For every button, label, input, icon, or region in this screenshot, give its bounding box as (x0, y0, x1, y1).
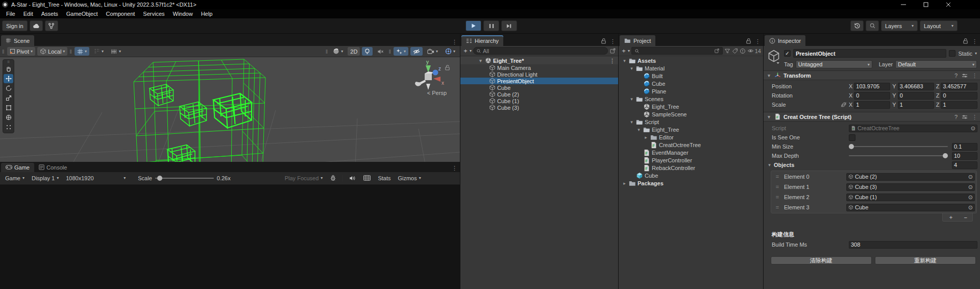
scene-row-kebab[interactable]: ⋮ (609, 58, 618, 63)
hierarchy-item-cube-1[interactable]: Cube (1) (460, 98, 618, 104)
foldout-arrow[interactable]: ▾ (766, 73, 772, 78)
transform-header[interactable]: ▾ Transform ? ⋮ (764, 70, 980, 80)
sign-in-button[interactable]: Sign in (2, 20, 28, 31)
stats-button[interactable]: Stats (376, 173, 393, 183)
max-depth-knob[interactable] (943, 153, 948, 158)
scene-menu-kebab[interactable]: ⋮ (452, 39, 457, 44)
foldout-arrow[interactable]: ▸ (622, 181, 627, 186)
foldout-arrow[interactable]: ▾ (478, 58, 483, 63)
play-focused-dropdown[interactable]: Play Focused▾ (283, 173, 325, 183)
project-item-script[interactable]: ▾ Script (619, 118, 763, 126)
tab-scene[interactable]: Scene (1, 35, 34, 46)
pivot-dropdown[interactable]: Pivot▾ (7, 47, 35, 56)
scene-viewport[interactable]: ⠿ (0, 57, 460, 162)
game-target-dropdown[interactable]: Game▾ (3, 173, 27, 183)
perspective-label[interactable]: < Persp (427, 90, 447, 96)
creat-octree-tree-header[interactable]: ▾ Creat Octree Tree (Script) ? ⋮ (764, 112, 980, 122)
rotation-x-field[interactable]: 0 (854, 92, 890, 100)
hierarchy-item-cube-2[interactable]: Cube (2) (460, 91, 618, 98)
scale-x-field[interactable]: 1 (854, 101, 890, 109)
foldout-arrow[interactable]: ▾ (767, 162, 772, 167)
unlock-icon[interactable] (745, 38, 752, 44)
hierarchy-item-main-camera[interactable]: Main Camera (460, 64, 618, 71)
foldout-arrow[interactable]: ▸ (643, 135, 649, 140)
scene-picker-icon[interactable] (609, 47, 616, 54)
drag-handle[interactable]: = (773, 174, 782, 180)
scale-slider[interactable] (155, 178, 214, 179)
version-control-button[interactable] (45, 20, 58, 31)
foldout-arrow[interactable]: ▾ (629, 97, 634, 102)
project-item-playercontroller[interactable]: PlayerController (619, 156, 763, 164)
menu-assets[interactable]: Assets (37, 9, 62, 18)
mute-audio-button[interactable] (347, 173, 358, 183)
menu-help[interactable]: Help (197, 9, 217, 18)
tag-dropdown[interactable]: Untagged▾ (796, 60, 872, 68)
active-checkbox[interactable]: ✓ (784, 50, 791, 57)
unlock-icon[interactable] (600, 38, 607, 44)
orientation-gizmo[interactable]: y z x (409, 59, 449, 92)
overlay-grip[interactable]: ⠿ (7, 61, 10, 64)
layer-dropdown[interactable]: Default▾ (895, 60, 977, 68)
grid-snap-toggle[interactable]: ▾ (75, 47, 89, 56)
project-item-scenes[interactable]: ▾ Scenes (619, 95, 763, 103)
project-item-cube-prefab[interactable]: Cube (619, 172, 763, 179)
is-see-one-checkbox[interactable] (849, 134, 855, 141)
project-menu-kebab[interactable]: ⋮ (755, 39, 761, 44)
display-dropdown[interactable]: Display 1▾ (30, 173, 61, 183)
scale-slider-knob[interactable] (157, 176, 162, 181)
scale-tool-button[interactable] (4, 93, 13, 103)
foldout-arrow[interactable]: ▾ (636, 127, 642, 132)
static-checkbox[interactable] (949, 50, 955, 57)
hierarchy-item-cube[interactable]: Cube (460, 84, 618, 91)
tab-console[interactable]: Console (34, 163, 71, 172)
local-dropdown[interactable]: Local▾ (37, 47, 67, 56)
project-item-eight-tree-scene[interactable]: Eight_Tree (619, 103, 763, 110)
max-depth-slider[interactable] (849, 155, 948, 156)
debug-button[interactable] (328, 173, 338, 183)
object-picker-icon[interactable]: ⊙ (968, 174, 973, 180)
tool-settings-dropdown[interactable]: ▾ (108, 47, 124, 56)
effects-dropdown[interactable]: ▾ (394, 47, 408, 56)
object-picker-icon[interactable]: ⊙ (968, 194, 973, 201)
play-button[interactable] (465, 20, 481, 31)
drag-handle[interactable]: = (773, 204, 782, 210)
object-picker-icon[interactable]: ⊙ (968, 204, 973, 211)
project-item-rebackcontroller[interactable]: RebackController (619, 164, 763, 172)
minimize-button[interactable] (892, 0, 915, 9)
scene-camera-dropdown[interactable]: ▾ (425, 47, 440, 56)
object-picker-icon[interactable]: ⊙ (968, 184, 973, 190)
clear-build-button[interactable]: 清除构建 (771, 256, 872, 264)
scale-y-field[interactable]: 1 (898, 101, 934, 109)
project-item-eventmanager[interactable]: EventManager (619, 149, 763, 156)
link-broken-icon[interactable] (840, 102, 847, 108)
project-item-built[interactable]: Built (619, 72, 763, 80)
array-element-row[interactable]: = Element 1 Cube (3) ⊙ (773, 182, 975, 192)
view-tool-button[interactable] (4, 64, 13, 74)
project-item-material[interactable]: ▾ Material (619, 64, 763, 72)
close-button[interactable] (937, 0, 960, 9)
help-icon[interactable]: ? (954, 73, 958, 79)
game-viewport[interactable] (0, 185, 460, 289)
min-size-field[interactable]: 0.1 (952, 143, 977, 151)
draw-mode-dropdown[interactable]: ▾ (330, 47, 346, 56)
transform-tool-button[interactable] (4, 113, 13, 122)
menu-file[interactable]: File (2, 9, 19, 18)
drag-handle[interactable]: = (773, 194, 782, 200)
static-dropdown-arrow[interactable]: ▾ (975, 51, 977, 56)
menu-gameobject[interactable]: GameObject (62, 9, 102, 18)
create-object-button[interactable]: ＋▾ (462, 46, 472, 55)
move-tool-button[interactable] (4, 74, 13, 83)
inspector-menu-kebab[interactable]: ⋮ (972, 39, 977, 44)
position-x-field[interactable]: 103.9705 (854, 83, 890, 90)
layout-dropdown[interactable]: Layout▾ (920, 20, 958, 31)
custom-tools-button[interactable] (4, 123, 13, 132)
maximize-button[interactable] (915, 0, 937, 9)
max-depth-field[interactable]: 10 (952, 152, 977, 160)
create-asset-button[interactable]: ＋▾ (621, 46, 630, 55)
hierarchy-item-directional-light[interactable]: Directional Light (460, 71, 618, 78)
array-element-row[interactable]: = Element 2 Cube (1) ⊙ (773, 192, 975, 202)
build-time-field[interactable]: 308 (849, 241, 977, 249)
resolution-dropdown[interactable]: 1080x1920▾ (64, 173, 128, 183)
scene-visibility-toggle[interactable] (410, 47, 423, 56)
element-1-object-field[interactable]: Cube (3) ⊙ (846, 183, 975, 191)
